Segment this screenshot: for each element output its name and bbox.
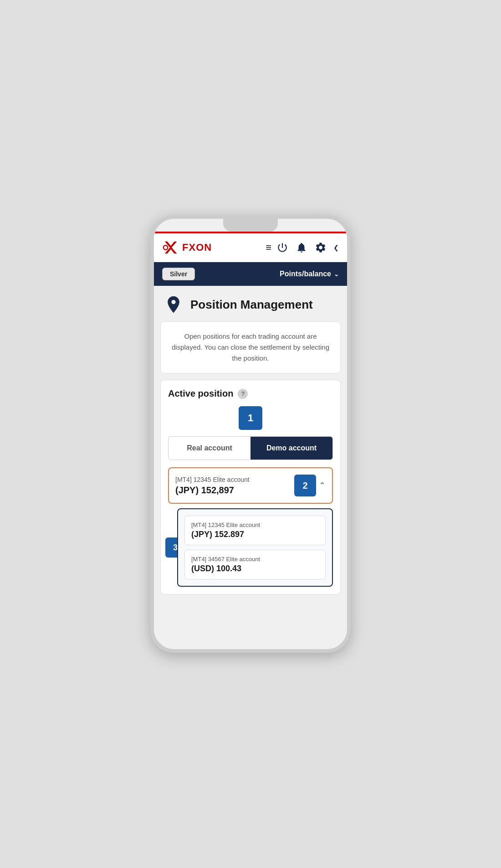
- badge-2-container: 2 ⌃: [294, 475, 326, 496]
- active-position-title: Active position: [168, 388, 233, 399]
- header-icons: ❮: [276, 241, 339, 254]
- dropdown-account-2-balance: (USD) 100.43: [191, 564, 319, 574]
- selected-account-info: [MT4] 12345 Elite account (JPY) 152,897: [175, 476, 294, 496]
- collapse-chevron: ⌃: [319, 480, 326, 491]
- dropdown-account-1[interactable]: [MT4] 12345 Elite account (JPY) 152.897: [184, 516, 326, 545]
- hamburger-button[interactable]: ≡: [261, 240, 276, 255]
- real-account-tab[interactable]: Real account: [169, 437, 250, 460]
- dropdown-account-1-balance: (JPY) 152.897: [191, 530, 319, 539]
- dropdown-account-2[interactable]: [MT4] 34567 Elite account (USD) 100.43: [184, 550, 326, 579]
- points-balance-chevron: ⌄: [334, 271, 339, 278]
- badge-2: 2: [294, 475, 316, 496]
- chevron-down-icon[interactable]: ❮: [333, 244, 339, 251]
- logo-text: FXON: [182, 242, 212, 253]
- svg-marker-0: [165, 242, 177, 254]
- phone-frame: FXON ≡ ❮: [150, 215, 351, 653]
- silver-badge: Silver: [162, 268, 195, 280]
- dropdown-account-1-label: [MT4] 12345 Elite account: [191, 522, 319, 528]
- points-balance-button[interactable]: Points/balance ⌄: [280, 270, 339, 278]
- active-position-header: Active position ?: [168, 388, 333, 399]
- header: FXON ≡ ❮: [154, 233, 347, 262]
- svg-point-1: [164, 245, 168, 250]
- help-icon[interactable]: ?: [238, 389, 248, 399]
- dropdown-accounts-box: [MT4] 12345 Elite account (JPY) 152.897 …: [177, 508, 333, 587]
- location-icon: [163, 294, 184, 315]
- page-title: Position Management: [190, 298, 313, 312]
- page-title-section: Position Management: [154, 286, 347, 321]
- bell-icon[interactable]: [295, 241, 308, 254]
- selected-account-balance: (JPY) 152,897: [175, 485, 294, 496]
- gear-icon[interactable]: [314, 241, 327, 254]
- logo: FXON: [162, 239, 256, 256]
- active-position-section: Active position ? 1 Real account Demo ac…: [160, 380, 341, 594]
- main-content: Position Management Open positions for e…: [154, 286, 347, 594]
- badge-1: 1: [239, 406, 262, 430]
- description-box: Open positions for each trading account …: [160, 321, 341, 373]
- power-icon[interactable]: [276, 241, 289, 254]
- demo-account-tab[interactable]: Demo account: [250, 437, 332, 460]
- nav-bar: Silver Points/balance ⌄: [154, 262, 347, 286]
- fxon-logo-icon: [162, 239, 179, 256]
- dropdown-box-wrapper: 3 [MT4] 12345 Elite account (JPY) 152.89…: [177, 508, 333, 587]
- selected-account-label: [MT4] 12345 Elite account: [175, 476, 294, 483]
- phone-notch: [223, 219, 278, 232]
- dropdown-account-2-label: [MT4] 34567 Elite account: [191, 556, 319, 563]
- selected-account-card[interactable]: [MT4] 12345 Elite account (JPY) 152,897 …: [168, 467, 333, 504]
- tab-container: Real account Demo account: [168, 436, 333, 460]
